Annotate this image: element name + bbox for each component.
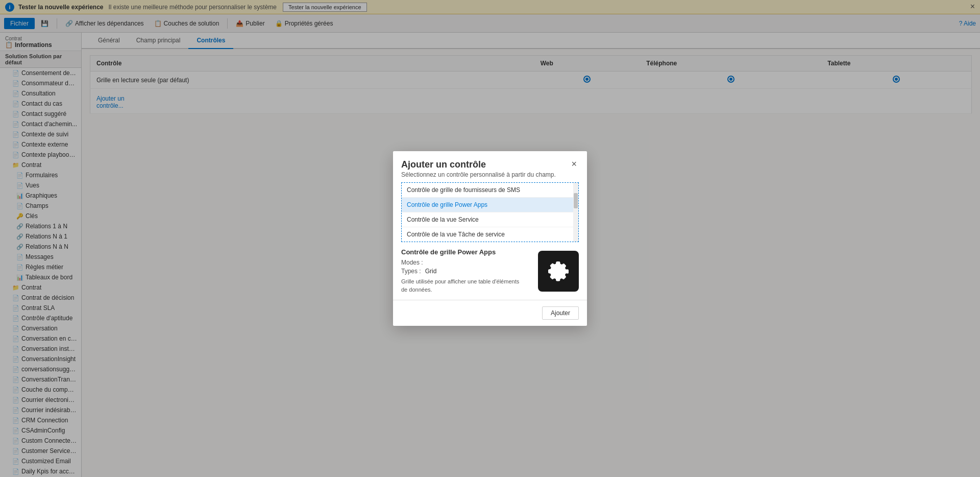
modes-label: Modes : <box>401 259 423 266</box>
list-item-powerapps[interactable]: Contrôle de grille Power Apps <box>402 198 573 212</box>
list-item-service-view[interactable]: Contrôle de la vue Service <box>402 212 573 227</box>
gear-icon-box <box>538 251 579 292</box>
dialog-list-wrapper: Contrôle de grille de fournisseurs de SM… <box>401 182 579 242</box>
dialog-subtitle: Sélectionnez un contrôle personnalisé à … <box>401 171 556 178</box>
detail-title: Contrôle de grille Power Apps <box>401 248 524 256</box>
types-label: Types : <box>401 268 421 275</box>
dialog-title: Ajouter un contrôle <box>401 159 556 170</box>
dialog-footer: Ajouter <box>393 300 587 326</box>
list-item-task-view[interactable]: Contrôle de la vue Tâche de service <box>402 227 573 242</box>
dialog-list-inner: Contrôle de grille de fournisseurs de SM… <box>402 183 573 242</box>
list-item-sms[interactable]: Contrôle de grille de fournisseurs de SM… <box>402 183 573 198</box>
detail-modes-row: Modes : <box>401 259 524 266</box>
ajouter-button[interactable]: Ajouter <box>542 306 579 320</box>
gear-icon <box>547 260 570 282</box>
add-control-dialog: Ajouter un contrôle Sélectionnez un cont… <box>393 151 587 326</box>
types-value: Grid <box>425 268 437 275</box>
dialog-close-button[interactable]: × <box>569 159 579 169</box>
dialog-detail: Contrôle de grille Power Apps Modes : Ty… <box>393 242 587 300</box>
detail-types-row: Types : Grid <box>401 268 524 275</box>
dialog-header: Ajouter un contrôle Sélectionnez un cont… <box>393 151 587 182</box>
scroll-thumb <box>574 193 578 208</box>
dialog-scrollbar[interactable] <box>573 183 578 242</box>
detail-description: Grille utilisée pour afficher une table … <box>401 278 524 294</box>
dialog-overlay: Ajouter un contrôle Sélectionnez un cont… <box>0 0 980 477</box>
dialog-detail-row: Contrôle de grille Power Apps Modes : Ty… <box>401 248 579 294</box>
